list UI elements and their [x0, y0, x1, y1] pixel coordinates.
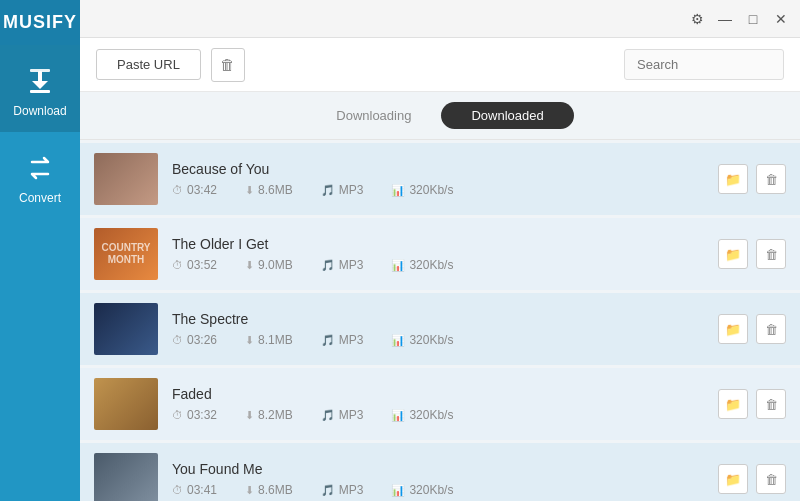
toolbar: Paste URL 🗑 [80, 38, 800, 92]
convert-icon [22, 150, 58, 186]
trash-icon: 🗑 [765, 472, 778, 487]
folder-icon: 📁 [725, 322, 741, 337]
trash-icon: 🗑 [765, 247, 778, 262]
track-format: 🎵 MP3 [321, 183, 364, 197]
quality-icon: 📊 [391, 484, 405, 497]
track-info: Faded ⏱ 03:32 ⬇ 8.2MB 🎵 MP3 📊 320Kb/s [172, 386, 708, 422]
folder-icon: 📁 [725, 472, 741, 487]
open-folder-button[interactable]: 📁 [718, 464, 748, 494]
delete-track-button[interactable]: 🗑 [756, 389, 786, 419]
quality-icon: 📊 [391, 184, 405, 197]
tabs-bar: Downloading Downloaded [80, 92, 800, 140]
track-duration: ⏱ 03:42 [172, 183, 217, 197]
track-meta: ⏱ 03:26 ⬇ 8.1MB 🎵 MP3 📊 320Kb/s [172, 333, 708, 347]
trash-icon: 🗑 [765, 397, 778, 412]
open-folder-button[interactable]: 📁 [718, 314, 748, 344]
delete-track-button[interactable]: 🗑 [756, 314, 786, 344]
settings-button[interactable]: ⚙ [688, 10, 706, 28]
clock-icon: ⏱ [172, 409, 183, 421]
track-quality: 📊 320Kb/s [391, 183, 453, 197]
track-title: Because of You [172, 161, 708, 177]
track-thumbnail: COUNTRY MONTH [94, 228, 158, 280]
track-actions: 📁 🗑 [718, 164, 786, 194]
track-duration: ⏱ 03:41 [172, 483, 217, 497]
clock-icon: ⏱ [172, 484, 183, 496]
file-icon: 🎵 [321, 334, 335, 347]
track-size: ⬇ 9.0MB [245, 258, 293, 272]
track-meta: ⏱ 03:42 ⬇ 8.6MB 🎵 MP3 📊 320Kb/s [172, 183, 708, 197]
sidebar-download-label: Download [13, 104, 66, 118]
track-format: 🎵 MP3 [321, 258, 364, 272]
open-folder-button[interactable]: 📁 [718, 389, 748, 419]
main-content: ⚙ — □ ✕ Paste URL 🗑 Downloading Downl [80, 0, 800, 501]
download-icon [22, 63, 58, 99]
clock-icon: ⏱ [172, 184, 183, 196]
track-actions: 📁 🗑 [718, 389, 786, 419]
track-size: ⬇ 8.2MB [245, 408, 293, 422]
track-format: 🎵 MP3 [321, 333, 364, 347]
clear-button[interactable]: 🗑 [211, 48, 245, 82]
app-logo: MUSIFY [0, 0, 80, 45]
sidebar-item-convert[interactable]: Convert [0, 132, 80, 219]
svg-marker-2 [32, 81, 48, 89]
track-item: Because of You ⏱ 03:42 ⬇ 8.6MB 🎵 MP3 📊 3… [80, 143, 800, 215]
track-item: Faded ⏱ 03:32 ⬇ 8.2MB 🎵 MP3 📊 320Kb/s [80, 368, 800, 440]
track-info: You Found Me ⏱ 03:41 ⬇ 8.6MB 🎵 MP3 📊 320… [172, 461, 708, 497]
open-folder-button[interactable]: 📁 [718, 239, 748, 269]
track-title: The Older I Get [172, 236, 708, 252]
track-item: You Found Me ⏱ 03:41 ⬇ 8.6MB 🎵 MP3 📊 320… [80, 443, 800, 501]
track-quality: 📊 320Kb/s [391, 258, 453, 272]
track-actions: 📁 🗑 [718, 464, 786, 494]
folder-icon: 📁 [725, 172, 741, 187]
sidebar-item-download[interactable]: Download [0, 45, 80, 132]
titlebar: ⚙ — □ ✕ [80, 0, 800, 38]
track-meta: ⏱ 03:32 ⬇ 8.2MB 🎵 MP3 📊 320Kb/s [172, 408, 708, 422]
search-input[interactable] [624, 49, 784, 80]
clock-icon: ⏱ [172, 259, 183, 271]
track-thumbnail [94, 153, 158, 205]
tab-downloading[interactable]: Downloading [306, 102, 441, 129]
download-size-icon: ⬇ [245, 409, 254, 422]
file-icon: 🎵 [321, 259, 335, 272]
svg-rect-3 [30, 90, 50, 93]
track-thumbnail [94, 453, 158, 501]
maximize-button[interactable]: □ [744, 10, 762, 28]
track-actions: 📁 🗑 [718, 239, 786, 269]
delete-track-button[interactable]: 🗑 [756, 464, 786, 494]
track-quality: 📊 320Kb/s [391, 333, 453, 347]
quality-icon: 📊 [391, 334, 405, 347]
delete-track-button[interactable]: 🗑 [756, 164, 786, 194]
paste-url-button[interactable]: Paste URL [96, 49, 201, 80]
track-size: ⬇ 8.6MB [245, 483, 293, 497]
track-item: The Spectre ⏱ 03:26 ⬇ 8.1MB 🎵 MP3 📊 320K… [80, 293, 800, 365]
clock-icon: ⏱ [172, 334, 183, 346]
track-format: 🎵 MP3 [321, 408, 364, 422]
trash-icon: 🗑 [220, 56, 235, 73]
track-title: You Found Me [172, 461, 708, 477]
track-list: Because of You ⏱ 03:42 ⬇ 8.6MB 🎵 MP3 📊 3… [80, 140, 800, 501]
track-title: The Spectre [172, 311, 708, 327]
track-duration: ⏱ 03:52 [172, 258, 217, 272]
download-size-icon: ⬇ [245, 259, 254, 272]
track-size: ⬇ 8.6MB [245, 183, 293, 197]
track-size: ⬇ 8.1MB [245, 333, 293, 347]
download-size-icon: ⬇ [245, 334, 254, 347]
sidebar: MUSIFY Download Convert [0, 0, 80, 501]
sidebar-convert-label: Convert [19, 191, 61, 205]
file-icon: 🎵 [321, 484, 335, 497]
tab-downloaded[interactable]: Downloaded [441, 102, 573, 129]
open-folder-button[interactable]: 📁 [718, 164, 748, 194]
download-size-icon: ⬇ [245, 184, 254, 197]
close-button[interactable]: ✕ [772, 10, 790, 28]
trash-icon: 🗑 [765, 172, 778, 187]
track-info: The Spectre ⏱ 03:26 ⬇ 8.1MB 🎵 MP3 📊 320K… [172, 311, 708, 347]
trash-icon: 🗑 [765, 322, 778, 337]
delete-track-button[interactable]: 🗑 [756, 239, 786, 269]
file-icon: 🎵 [321, 409, 335, 422]
track-info: Because of You ⏱ 03:42 ⬇ 8.6MB 🎵 MP3 📊 3… [172, 161, 708, 197]
track-meta: ⏱ 03:52 ⬇ 9.0MB 🎵 MP3 📊 320Kb/s [172, 258, 708, 272]
track-format: 🎵 MP3 [321, 483, 364, 497]
track-quality: 📊 320Kb/s [391, 408, 453, 422]
minimize-button[interactable]: — [716, 10, 734, 28]
track-duration: ⏱ 03:32 [172, 408, 217, 422]
